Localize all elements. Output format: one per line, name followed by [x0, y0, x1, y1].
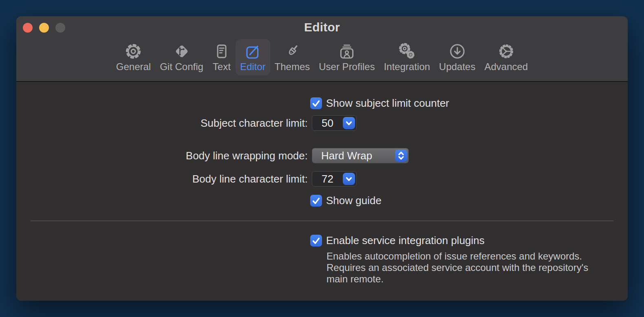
body-line-character-limit-dropdown[interactable]: 72 — [312, 171, 357, 187]
show-guide-checkbox[interactable] — [310, 195, 322, 207]
service-integration-row: Enable service integration plugins — [310, 234, 485, 247]
window-title: Editor — [16, 20, 628, 34]
show-subject-limit-counter-checkbox[interactable] — [310, 97, 322, 109]
document-text-icon — [212, 42, 231, 61]
preferences-window: Editor General — [16, 16, 628, 301]
tab-label: Integration — [384, 61, 430, 73]
service-integration-description: Enables autocompletion of issue referenc… — [326, 251, 608, 285]
tab-updates[interactable]: Updates — [434, 39, 480, 75]
show-subject-limit-counter-row: Show subject limit counter — [310, 97, 449, 109]
tab-label: User Profiles — [319, 61, 375, 73]
download-circle-icon — [448, 42, 467, 61]
tab-label: General — [116, 61, 151, 73]
tab-themes[interactable]: Themes — [270, 39, 315, 75]
checkbox-label: Show subject limit counter — [326, 97, 449, 110]
checkbox-label: Enable service integration plugins — [326, 234, 485, 247]
show-guide-row: Show guide — [310, 194, 382, 207]
tab-label: Updates — [439, 61, 475, 73]
chevron-down-icon — [343, 117, 355, 129]
tab-label: Git Config — [160, 61, 203, 73]
body-line-wrapping-mode-label: Body line wrapping mode: — [16, 148, 308, 163]
profile-card-icon — [337, 42, 356, 61]
tab-text[interactable]: Text — [208, 39, 236, 75]
tab-general[interactable]: General — [112, 39, 155, 75]
advanced-dial-icon — [497, 42, 516, 61]
body-line-character-limit-label: Body line character limit: — [16, 171, 308, 187]
tab-git-config[interactable]: Git Config — [155, 39, 208, 75]
subject-character-limit-dropdown[interactable]: 50 — [312, 115, 357, 131]
checkbox-label: Show guide — [326, 194, 382, 207]
double-gear-icon — [397, 42, 416, 61]
tab-integration[interactable]: Integration — [379, 39, 434, 75]
tab-editor[interactable]: Editor — [236, 39, 270, 75]
toolbar-tabs: General Git Config — [16, 39, 628, 75]
tab-label: Editor — [240, 61, 266, 73]
checkmark-icon — [310, 235, 322, 247]
toolbar: Editor General — [16, 16, 628, 82]
tab-advanced[interactable]: Advanced — [480, 39, 532, 75]
checkmark-icon — [310, 97, 322, 109]
editor-pane: Show subject limit counter Subject chara… — [16, 82, 628, 301]
tab-label: Text — [213, 61, 231, 73]
chevron-down-icon — [343, 173, 355, 185]
git-diamond-icon — [172, 42, 191, 61]
tab-label: Themes — [275, 61, 310, 73]
body-line-wrapping-mode-popup[interactable]: Hard Wrap — [312, 148, 409, 163]
dropdown-value: 72 — [312, 173, 343, 185]
compose-icon — [243, 42, 262, 61]
chevron-up-down-icon — [395, 150, 407, 162]
section-divider — [31, 220, 613, 221]
dropdown-value: 50 — [312, 117, 343, 130]
paintbrush-icon — [283, 42, 302, 61]
popup-value: Hard Wrap — [312, 150, 395, 162]
tab-label: Advanced — [484, 61, 528, 73]
checkmark-icon — [310, 195, 322, 207]
subject-character-limit-label: Subject character limit: — [16, 115, 308, 131]
service-integration-checkbox[interactable] — [310, 235, 322, 247]
gear-icon — [124, 42, 143, 61]
tab-user-profiles[interactable]: User Profiles — [314, 39, 379, 75]
